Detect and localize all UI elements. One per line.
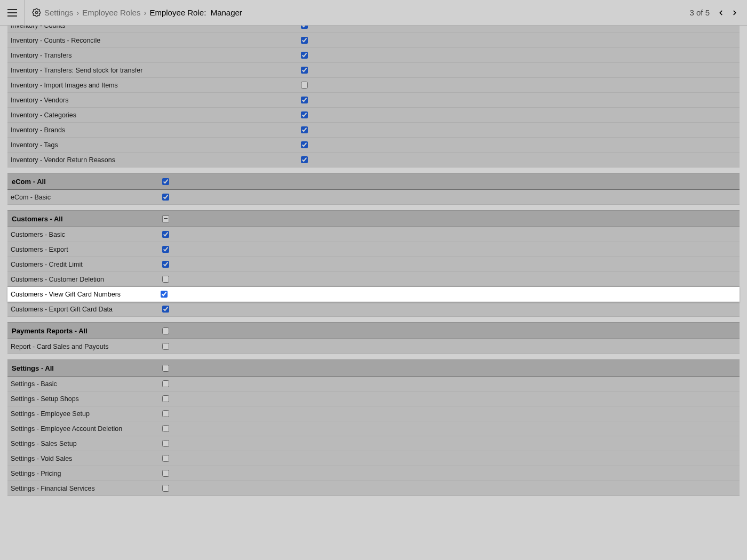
chevron-right-icon: ›: [144, 8, 146, 17]
breadcrumb-settings[interactable]: Settings: [44, 8, 73, 17]
next-button[interactable]: [728, 4, 742, 21]
gear-icon: [32, 8, 41, 17]
chevron-right-icon: ›: [76, 8, 79, 17]
app-header: Settings › Employee Roles › Employee Rol…: [0, 0, 747, 26]
breadcrumb-employee-roles[interactable]: Employee Roles: [82, 8, 140, 17]
svg-point-0: [35, 11, 37, 13]
prev-button[interactable]: [714, 4, 728, 21]
breadcrumb: Settings › Employee Roles › Employee Rol…: [25, 8, 242, 17]
page-title: Employee Role: Manager: [149, 8, 242, 17]
menu-button[interactable]: [0, 0, 25, 26]
hamburger-icon: [7, 9, 17, 17]
pager-position: 3 of 5: [689, 8, 710, 17]
record-pager: 3 of 5: [689, 4, 747, 21]
